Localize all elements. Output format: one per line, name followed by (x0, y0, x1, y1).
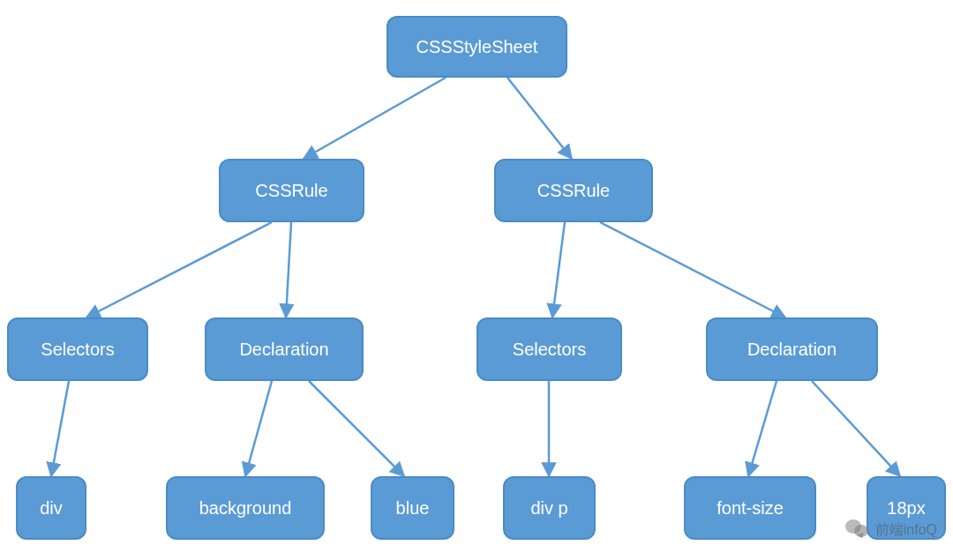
svg-line-10 (748, 381, 777, 476)
diagram-edges (0, 0, 953, 560)
svg-line-2 (86, 222, 272, 317)
node-selectors-2: Selectors (476, 317, 622, 381)
node-leaf-divp: div p (503, 476, 596, 540)
svg-line-4 (552, 222, 565, 317)
svg-line-8 (309, 381, 404, 476)
node-declaration-1: Declaration (205, 317, 364, 381)
node-cssrule-1: CSSRule (219, 159, 364, 222)
node-cssrule-2: CSSRule (494, 159, 653, 222)
node-declaration-2: Declaration (706, 317, 878, 381)
diagram-canvas: CSSStyleSheet CSSRule CSSRule Selectors … (0, 0, 953, 560)
svg-line-11 (812, 381, 900, 476)
node-cssstylesheet: CSSStyleSheet (386, 16, 567, 78)
svg-line-1 (507, 78, 572, 159)
node-leaf-div: div (16, 476, 86, 540)
node-leaf-fontsize: font-size (684, 476, 816, 540)
svg-line-0 (304, 78, 446, 159)
svg-line-6 (51, 381, 69, 476)
svg-line-5 (600, 222, 785, 317)
watermark-text: 前端infoQ (875, 521, 937, 540)
node-selectors-1: Selectors (7, 317, 148, 381)
svg-line-7 (245, 381, 272, 476)
node-leaf-background: background (166, 476, 325, 540)
wechat-icon (845, 519, 870, 541)
watermark: 前端infoQ (845, 519, 937, 541)
svg-line-3 (286, 222, 291, 317)
node-leaf-blue: blue (371, 476, 454, 540)
